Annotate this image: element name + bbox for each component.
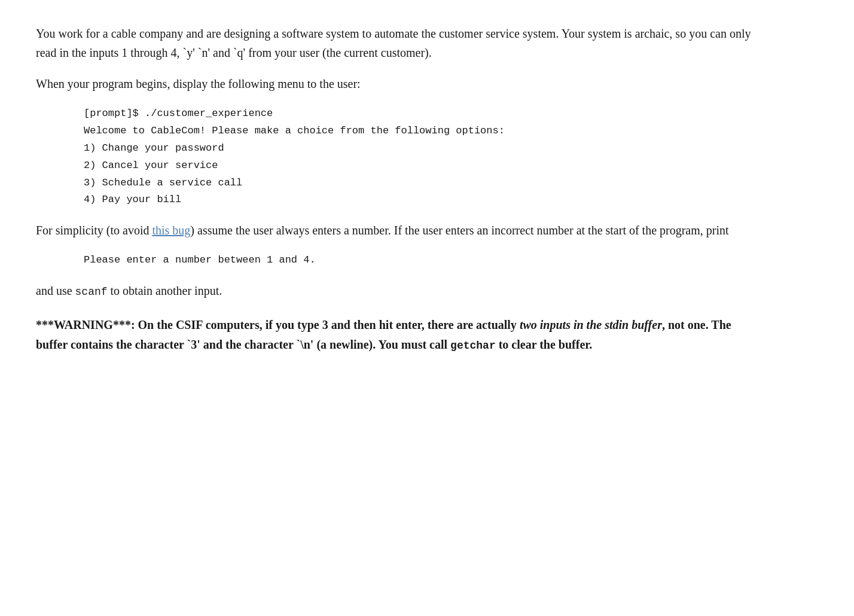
warning-paragraph: ***WARNING***: On the CSIF computers, if…: [36, 315, 754, 355]
code-line-2: Welcome to CableCom! Please make a choic…: [84, 123, 754, 140]
getchar-inline-code: getchar: [450, 340, 496, 352]
scanf-inline-code: scanf: [75, 286, 108, 298]
warning-italic: two inputs in the stdin buffer: [520, 318, 662, 331]
error-message-code-block: Please enter a number between 1 and 4.: [84, 252, 754, 269]
code-line-4: 2) Cancel your service: [84, 157, 754, 175]
this-bug-link[interactable]: this bug: [152, 224, 190, 237]
and-use-paragraph: and use scanf to obtain another input.: [36, 281, 754, 301]
main-content: You work for a cable company and are des…: [36, 24, 754, 355]
code-line-5: 3) Schedule a service call: [84, 175, 754, 192]
code-line-3: 1) Change your password: [84, 140, 754, 157]
intro-paragraph-2: When your program begins, display the fo…: [36, 74, 754, 93]
intro-paragraph-1: You work for a cable company and are des…: [36, 24, 754, 62]
simplicity-paragraph: For simplicity (to avoid this bug) assum…: [36, 221, 754, 240]
code-line-1: [prompt]$ ./customer_experience: [84, 105, 754, 123]
menu-code-block: [prompt]$ ./customer_experience Welcome …: [84, 105, 754, 209]
code-line-6: 4) Pay your bill: [84, 191, 754, 209]
